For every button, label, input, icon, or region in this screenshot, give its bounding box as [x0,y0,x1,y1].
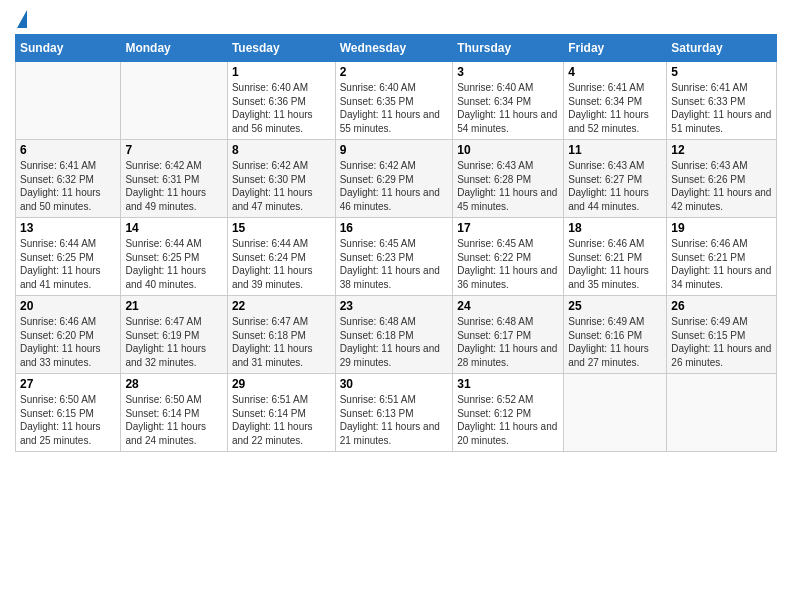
day-number: 14 [125,221,222,235]
header-saturday: Saturday [667,35,777,62]
table-row: 28Sunrise: 6:50 AMSunset: 6:14 PMDayligh… [121,374,227,452]
day-number: 28 [125,377,222,391]
cell-content: Sunrise: 6:41 AMSunset: 6:33 PMDaylight:… [671,81,772,135]
page-header [15,10,777,28]
table-row: 31Sunrise: 6:52 AMSunset: 6:12 PMDayligh… [453,374,564,452]
table-row: 5Sunrise: 6:41 AMSunset: 6:33 PMDaylight… [667,62,777,140]
day-number: 7 [125,143,222,157]
cell-content: Sunrise: 6:43 AMSunset: 6:28 PMDaylight:… [457,159,559,213]
calendar-week-row: 27Sunrise: 6:50 AMSunset: 6:15 PMDayligh… [16,374,777,452]
table-row: 20Sunrise: 6:46 AMSunset: 6:20 PMDayligh… [16,296,121,374]
table-row: 22Sunrise: 6:47 AMSunset: 6:18 PMDayligh… [227,296,335,374]
cell-content: Sunrise: 6:49 AMSunset: 6:16 PMDaylight:… [568,315,662,369]
cell-content: Sunrise: 6:43 AMSunset: 6:27 PMDaylight:… [568,159,662,213]
table-row: 13Sunrise: 6:44 AMSunset: 6:25 PMDayligh… [16,218,121,296]
table-row [564,374,667,452]
calendar-header-row: SundayMondayTuesdayWednesdayThursdayFrid… [16,35,777,62]
cell-content: Sunrise: 6:42 AMSunset: 6:30 PMDaylight:… [232,159,331,213]
table-row: 23Sunrise: 6:48 AMSunset: 6:18 PMDayligh… [335,296,453,374]
table-row: 4Sunrise: 6:41 AMSunset: 6:34 PMDaylight… [564,62,667,140]
day-number: 16 [340,221,449,235]
cell-content: Sunrise: 6:51 AMSunset: 6:13 PMDaylight:… [340,393,449,447]
day-number: 11 [568,143,662,157]
header-monday: Monday [121,35,227,62]
cell-content: Sunrise: 6:50 AMSunset: 6:14 PMDaylight:… [125,393,222,447]
cell-content: Sunrise: 6:41 AMSunset: 6:34 PMDaylight:… [568,81,662,135]
cell-content: Sunrise: 6:41 AMSunset: 6:32 PMDaylight:… [20,159,116,213]
table-row: 3Sunrise: 6:40 AMSunset: 6:34 PMDaylight… [453,62,564,140]
table-row: 12Sunrise: 6:43 AMSunset: 6:26 PMDayligh… [667,140,777,218]
day-number: 22 [232,299,331,313]
day-number: 10 [457,143,559,157]
cell-content: Sunrise: 6:50 AMSunset: 6:15 PMDaylight:… [20,393,116,447]
cell-content: Sunrise: 6:45 AMSunset: 6:23 PMDaylight:… [340,237,449,291]
day-number: 1 [232,65,331,79]
calendar-week-row: 20Sunrise: 6:46 AMSunset: 6:20 PMDayligh… [16,296,777,374]
table-row: 7Sunrise: 6:42 AMSunset: 6:31 PMDaylight… [121,140,227,218]
day-number: 3 [457,65,559,79]
day-number: 18 [568,221,662,235]
header-friday: Friday [564,35,667,62]
header-tuesday: Tuesday [227,35,335,62]
calendar-week-row: 1Sunrise: 6:40 AMSunset: 6:36 PMDaylight… [16,62,777,140]
table-row: 29Sunrise: 6:51 AMSunset: 6:14 PMDayligh… [227,374,335,452]
day-number: 20 [20,299,116,313]
header-wednesday: Wednesday [335,35,453,62]
logo-triangle-icon [17,10,27,28]
cell-content: Sunrise: 6:44 AMSunset: 6:25 PMDaylight:… [125,237,222,291]
header-sunday: Sunday [16,35,121,62]
calendar-week-row: 13Sunrise: 6:44 AMSunset: 6:25 PMDayligh… [16,218,777,296]
cell-content: Sunrise: 6:44 AMSunset: 6:24 PMDaylight:… [232,237,331,291]
table-row: 14Sunrise: 6:44 AMSunset: 6:25 PMDayligh… [121,218,227,296]
day-number: 21 [125,299,222,313]
table-row [667,374,777,452]
cell-content: Sunrise: 6:40 AMSunset: 6:34 PMDaylight:… [457,81,559,135]
table-row: 21Sunrise: 6:47 AMSunset: 6:19 PMDayligh… [121,296,227,374]
day-number: 25 [568,299,662,313]
day-number: 2 [340,65,449,79]
day-number: 12 [671,143,772,157]
table-row [16,62,121,140]
table-row: 26Sunrise: 6:49 AMSunset: 6:15 PMDayligh… [667,296,777,374]
table-row: 8Sunrise: 6:42 AMSunset: 6:30 PMDaylight… [227,140,335,218]
day-number: 6 [20,143,116,157]
cell-content: Sunrise: 6:51 AMSunset: 6:14 PMDaylight:… [232,393,331,447]
table-row [121,62,227,140]
day-number: 23 [340,299,449,313]
day-number: 24 [457,299,559,313]
table-row: 10Sunrise: 6:43 AMSunset: 6:28 PMDayligh… [453,140,564,218]
table-row: 17Sunrise: 6:45 AMSunset: 6:22 PMDayligh… [453,218,564,296]
logo [15,10,27,28]
cell-content: Sunrise: 6:48 AMSunset: 6:18 PMDaylight:… [340,315,449,369]
cell-content: Sunrise: 6:46 AMSunset: 6:20 PMDaylight:… [20,315,116,369]
table-row: 24Sunrise: 6:48 AMSunset: 6:17 PMDayligh… [453,296,564,374]
table-row: 1Sunrise: 6:40 AMSunset: 6:36 PMDaylight… [227,62,335,140]
calendar-week-row: 6Sunrise: 6:41 AMSunset: 6:32 PMDaylight… [16,140,777,218]
cell-content: Sunrise: 6:47 AMSunset: 6:19 PMDaylight:… [125,315,222,369]
cell-content: Sunrise: 6:48 AMSunset: 6:17 PMDaylight:… [457,315,559,369]
cell-content: Sunrise: 6:44 AMSunset: 6:25 PMDaylight:… [20,237,116,291]
cell-content: Sunrise: 6:47 AMSunset: 6:18 PMDaylight:… [232,315,331,369]
day-number: 13 [20,221,116,235]
day-number: 27 [20,377,116,391]
day-number: 30 [340,377,449,391]
day-number: 15 [232,221,331,235]
table-row: 9Sunrise: 6:42 AMSunset: 6:29 PMDaylight… [335,140,453,218]
calendar-table: SundayMondayTuesdayWednesdayThursdayFrid… [15,34,777,452]
cell-content: Sunrise: 6:46 AMSunset: 6:21 PMDaylight:… [671,237,772,291]
day-number: 31 [457,377,559,391]
table-row: 16Sunrise: 6:45 AMSunset: 6:23 PMDayligh… [335,218,453,296]
table-row: 25Sunrise: 6:49 AMSunset: 6:16 PMDayligh… [564,296,667,374]
cell-content: Sunrise: 6:52 AMSunset: 6:12 PMDaylight:… [457,393,559,447]
table-row: 15Sunrise: 6:44 AMSunset: 6:24 PMDayligh… [227,218,335,296]
table-row: 11Sunrise: 6:43 AMSunset: 6:27 PMDayligh… [564,140,667,218]
day-number: 8 [232,143,331,157]
table-row: 6Sunrise: 6:41 AMSunset: 6:32 PMDaylight… [16,140,121,218]
day-number: 17 [457,221,559,235]
cell-content: Sunrise: 6:43 AMSunset: 6:26 PMDaylight:… [671,159,772,213]
cell-content: Sunrise: 6:40 AMSunset: 6:35 PMDaylight:… [340,81,449,135]
header-thursday: Thursday [453,35,564,62]
table-row: 27Sunrise: 6:50 AMSunset: 6:15 PMDayligh… [16,374,121,452]
cell-content: Sunrise: 6:46 AMSunset: 6:21 PMDaylight:… [568,237,662,291]
table-row: 2Sunrise: 6:40 AMSunset: 6:35 PMDaylight… [335,62,453,140]
